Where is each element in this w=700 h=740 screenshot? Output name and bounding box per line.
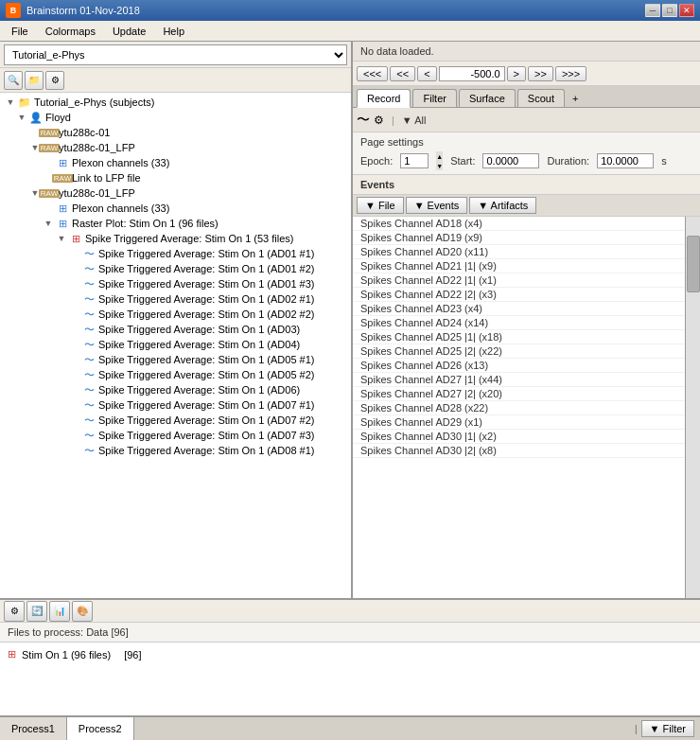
bottom-content: ⊞ Stim On 1 (96 files) [96]: [0, 643, 700, 715]
menu-file[interactable]: File: [4, 24, 36, 39]
event-item[interactable]: Spikes Channel AD23 (x4): [353, 302, 685, 316]
unit-label: s: [661, 155, 667, 167]
list-item[interactable]: 〜 Spike Triggered Average: Stim On 1 (AD…: [0, 352, 351, 367]
process-tag: [96]: [124, 649, 141, 661]
tree-plexon2[interactable]: ⊞ Plexon channels (33): [0, 201, 351, 216]
nav-next[interactable]: >: [507, 66, 526, 81]
events-scrollbar[interactable]: [685, 217, 700, 598]
title-bar-title: Brainstorm 01-Nov-2018: [26, 5, 140, 16]
tree-btn-2[interactable]: 📁: [25, 71, 44, 90]
events-scroll-thumb[interactable]: [687, 236, 700, 292]
all-dropdown[interactable]: ▼ All: [402, 115, 427, 126]
start-input[interactable]: [482, 153, 539, 168]
menu-colormaps[interactable]: Colormaps: [38, 24, 103, 39]
tree-plexon1[interactable]: ⊞ Plexon channels (33): [0, 155, 351, 170]
list-item[interactable]: 〜 Spike Triggered Average: Stim On 1 (AD…: [0, 382, 351, 397]
list-item[interactable]: 〜 Spike Triggered Average: Stim On 1 (AD…: [0, 291, 351, 307]
nav-prev[interactable]: <: [417, 66, 436, 81]
epoch-down[interactable]: ▼: [436, 161, 443, 170]
tab-surface[interactable]: Surface: [459, 89, 516, 107]
events-header: Events: [353, 175, 700, 195]
event-item[interactable]: Spikes Channel AD22 |1| (x1): [353, 273, 685, 288]
nav-last[interactable]: >>>: [555, 66, 586, 81]
process-icon-4[interactable]: 🎨: [72, 601, 93, 622]
tab-add[interactable]: +: [567, 90, 584, 107]
tree-lfp1[interactable]: ▼ RAW ytu288c-01_LFP: [0, 140, 351, 155]
epoch-up[interactable]: ▲: [436, 151, 443, 161]
event-item[interactable]: Spikes Channel AD30 |1| (x2): [353, 430, 685, 444]
list-item[interactable]: 〜 Spike Triggered Average: Stim On 1 (AD…: [0, 413, 351, 428]
event-item[interactable]: Spikes Channel AD27 |1| (x44): [353, 373, 685, 387]
epoch-input[interactable]: [400, 153, 429, 168]
event-item[interactable]: Spikes Channel AD28 (x22): [353, 401, 685, 415]
tree-lfp2[interactable]: ▼ RAW ytu288c-01_LFP: [0, 185, 351, 201]
bottom-tab-process2[interactable]: Process2: [67, 717, 134, 740]
tree-btn-1[interactable]: 🔍: [4, 71, 23, 90]
process-icon: ⊞: [8, 648, 16, 661]
event-item[interactable]: Spikes Channel AD18 (x4): [353, 217, 685, 231]
event-item[interactable]: Spikes Channel AD25 |2| (x22): [353, 344, 685, 359]
list-item[interactable]: 〜 Spike Triggered Average: Stim On 1 (AD…: [0, 443, 351, 458]
tabs-bar: Record Filter Surface Scout +: [353, 86, 700, 108]
maximize-button[interactable]: □: [662, 4, 677, 17]
event-item[interactable]: Spikes Channel AD30 |2| (x8): [353, 444, 685, 458]
nav-first[interactable]: <<<: [357, 66, 388, 81]
process-icon-1[interactable]: ⚙: [4, 601, 25, 622]
events-file-btn[interactable]: ▼ File: [357, 197, 404, 214]
page-settings: Page settings Epoch: ▲ ▼ Start: Duration…: [353, 132, 700, 175]
tree-ytu1[interactable]: RAW ytu288c-01: [0, 125, 351, 140]
tree-floyd[interactable]: ▼ 👤 Floyd: [0, 110, 351, 125]
process-item: ⊞ Stim On 1 (96 files) [96]: [8, 646, 692, 662]
tree-header: Tutorial_e-Phys: [0, 42, 351, 68]
no-data-label: No data loaded.: [353, 42, 700, 62]
list-item[interactable]: 〜 Spike Triggered Average: Stim On 1 (AD…: [0, 276, 351, 291]
tree-raster[interactable]: ▼ ⊞ Raster Plot: Stim On 1 (96 files): [0, 216, 351, 231]
nav-toolbar: <<< << < -500.0 > >> >>>: [353, 62, 700, 86]
menu-help[interactable]: Help: [155, 24, 192, 39]
close-button[interactable]: ✕: [679, 4, 694, 17]
list-item[interactable]: 〜 Spike Triggered Average: Stim On 1 (AD…: [0, 337, 351, 352]
event-item[interactable]: Spikes Channel AD29 (x1): [353, 415, 685, 430]
event-item[interactable]: Spikes Channel AD19 (x9): [353, 231, 685, 245]
tab-content: 〜 ⚙ | ▼ All Page settings Epoch: ▲ ▼: [353, 108, 700, 598]
event-item[interactable]: Spikes Channel AD20 (x11): [353, 245, 685, 259]
bottom-tab-process1[interactable]: Process1: [0, 717, 67, 740]
list-item[interactable]: 〜 Spike Triggered Average: Stim On 1 (AD…: [0, 322, 351, 337]
minimize-button[interactable]: ─: [645, 4, 660, 17]
tab-record[interactable]: Record: [357, 89, 411, 108]
events-toolbar: ▼ File ▼ Events ▼ Artifacts: [353, 195, 700, 217]
nav-next2[interactable]: >>: [528, 66, 553, 81]
list-item[interactable]: 〜 Spike Triggered Average: Stim On 1 (AD…: [0, 397, 351, 413]
event-item[interactable]: Spikes Channel AD25 |1| (x18): [353, 330, 685, 344]
tree-root[interactable]: ▼ 📁 Tutorial_e-Phys (subjects): [0, 95, 351, 110]
event-item[interactable]: Spikes Channel AD24 (x14): [353, 316, 685, 330]
filter-button[interactable]: ▼ Filter: [641, 720, 694, 737]
list-item[interactable]: 〜 Spike Triggered Average: Stim On 1 (AD…: [0, 367, 351, 382]
bottom-tab-right: | ▼ Filter: [629, 717, 700, 740]
tab-filter[interactable]: Filter: [412, 89, 456, 107]
tree-btn-3[interactable]: ⚙: [45, 71, 64, 90]
list-item[interactable]: 〜 Spike Triggered Average: Stim On 1 (AD…: [0, 307, 351, 322]
menu-update[interactable]: Update: [105, 24, 153, 39]
process-icon-3[interactable]: 📊: [49, 601, 70, 622]
nav-prev2[interactable]: <<: [390, 66, 415, 81]
list-item[interactable]: 〜 Spike Triggered Average: Stim On 1 (AD…: [0, 246, 351, 261]
event-item[interactable]: Spikes Channel AD21 |1| (x9): [353, 259, 685, 273]
events-artifacts-btn[interactable]: ▼ Artifacts: [469, 197, 536, 214]
subject-dropdown[interactable]: Tutorial_e-Phys: [4, 44, 347, 65]
wave-icon[interactable]: 〜: [357, 112, 370, 129]
event-item[interactable]: Spikes Channel AD22 |2| (x3): [353, 288, 685, 302]
tree-sta-parent[interactable]: ▼ ⊞ Spike Triggered Average: Stim On 1 (…: [0, 231, 351, 246]
event-item[interactable]: Spikes Channel AD27 |2| (x20): [353, 387, 685, 401]
nav-value: -500.0: [439, 66, 505, 81]
tree-link[interactable]: RAW Link to LFP file: [0, 170, 351, 185]
list-item[interactable]: 〜 Spike Triggered Average: Stim On 1 (AD…: [0, 261, 351, 276]
events-list: Spikes Channel AD18 (x4) Spikes Channel …: [353, 217, 685, 598]
settings-icon[interactable]: ⚙: [374, 114, 384, 127]
list-item[interactable]: 〜 Spike Triggered Average: Stim On 1 (AD…: [0, 428, 351, 443]
event-item[interactable]: Spikes Channel AD26 (x13): [353, 359, 685, 373]
duration-input[interactable]: [597, 153, 654, 168]
process-icon-2[interactable]: 🔄: [26, 601, 47, 622]
events-events-btn[interactable]: ▼ Events: [406, 197, 468, 214]
tab-scout[interactable]: Scout: [517, 89, 565, 107]
